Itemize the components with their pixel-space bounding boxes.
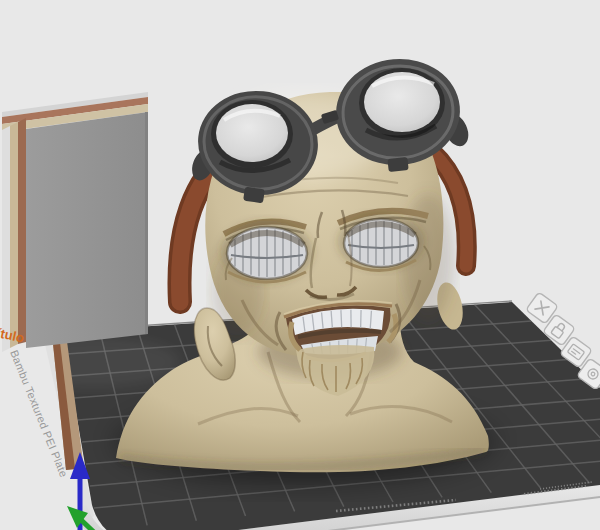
tower-front-face <box>26 112 148 348</box>
tower-side-stripe-3 <box>18 118 26 344</box>
tower-side-stripe-2 <box>10 122 18 348</box>
slicer-3d-viewport[interactable]: Bambu Textured PEI Plate título <box>0 0 600 530</box>
model-bust[interactable] <box>116 54 489 473</box>
tower-side-stripe-1 <box>2 126 10 352</box>
prime-tower[interactable] <box>2 92 148 352</box>
left-cup-tab <box>243 187 265 204</box>
right-cup-tab <box>387 157 408 172</box>
